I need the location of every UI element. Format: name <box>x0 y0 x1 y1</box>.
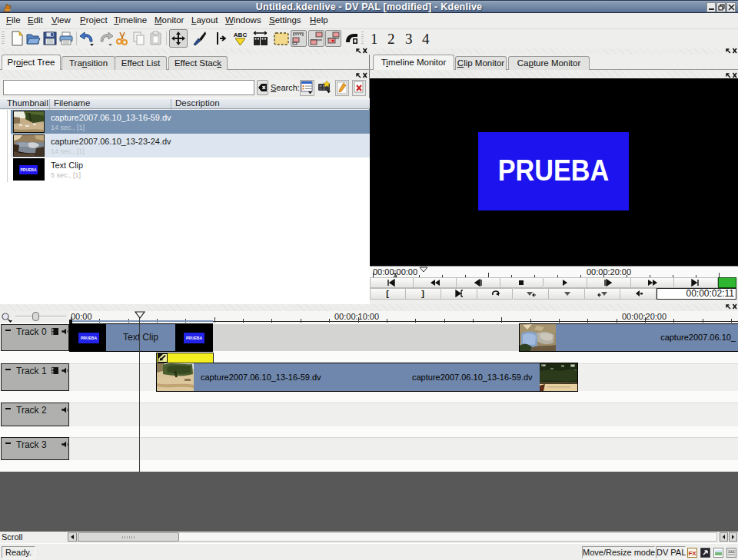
svg-text:FX: FX <box>688 550 696 557</box>
svg-text:[: [ <box>386 289 389 298</box>
svg-text:ABC: ABC <box>234 31 248 38</box>
svg-text:]: ] <box>422 289 425 298</box>
svg-text:PRUEBA: PRUEBA <box>20 167 37 172</box>
